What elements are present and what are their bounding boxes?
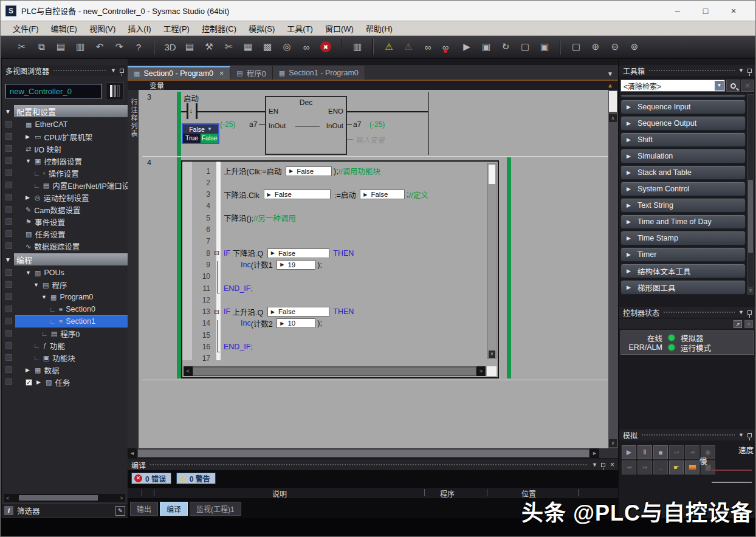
- search-and-replace-icon[interactable]: ?: [131, 39, 146, 55]
- zoom-fit-icon[interactable]: ▢: [568, 39, 584, 55]
- st-code-line[interactable]: 17: [182, 353, 224, 364]
- tree-item[interactable]: ∟≡Section0: [2, 303, 128, 315]
- screen-capture-icon[interactable]: [685, 460, 699, 474]
- scrollbar-thumb[interactable]: [193, 368, 476, 375]
- menu-item[interactable]: 插入(I): [122, 22, 157, 34]
- close-icon[interactable]: ×: [610, 460, 614, 469]
- tree-item[interactable]: ∟ƒ功能: [2, 340, 128, 352]
- st-value-badge[interactable]: ▶False: [360, 190, 405, 199]
- st-code-line[interactable]: 5下降沿();//另一种调用: [182, 212, 296, 224]
- structured-text-box[interactable]: 1上升沿(Clk:=启动 ▶False);//调用功能块23下降沿.Clk ▶F…: [181, 160, 499, 378]
- close-button[interactable]: ×: [727, 6, 740, 16]
- tree-item[interactable]: ∟▤程序0: [2, 327, 128, 340]
- toolbox-category[interactable]: ▶Time Stamp: [620, 231, 746, 245]
- monitor-window2-icon[interactable]: ▣: [537, 39, 552, 55]
- menu-item[interactable]: 模拟(S): [242, 22, 281, 34]
- st-value-badge[interactable]: ▶False: [286, 166, 332, 176]
- st-code-line[interactable]: 12: [182, 294, 224, 306]
- scroll-up-icon[interactable]: ∧: [609, 114, 617, 122]
- pin-icon[interactable]: [747, 433, 752, 437]
- bottom-tab[interactable]: 监视(工程)1: [190, 502, 241, 516]
- search-button[interactable]: [726, 80, 740, 92]
- toolbox-category[interactable]: ▶Sequence Input: [620, 100, 746, 114]
- scroll-left-icon[interactable]: <: [184, 366, 193, 376]
- scrollbar-thumb[interactable]: [489, 165, 495, 184]
- menu-item[interactable]: 帮助(H): [360, 22, 399, 34]
- chevron-down-icon[interactable]: ▼: [111, 67, 116, 74]
- watch-window-icon[interactable]: ∞: [420, 39, 436, 55]
- st-value-badge[interactable]: ▶False: [267, 307, 329, 316]
- st-vertical-scrollbar[interactable]: ∨: [487, 163, 497, 359]
- st-code-line[interactable]: 6: [182, 224, 224, 236]
- set-false-button[interactable]: False: [201, 134, 218, 143]
- toolbox-search-input[interactable]: <清除检索> ▼: [620, 80, 725, 92]
- menu-item[interactable]: 文件(F): [7, 22, 45, 34]
- tree-expand-icon[interactable]: ▶: [26, 194, 32, 200]
- row-comment-strip[interactable]: 行注释列表: [128, 90, 139, 458]
- checkbox[interactable]: ✓: [26, 379, 32, 386]
- check-all-programs-icon[interactable]: ⚠: [400, 39, 416, 55]
- build-column-header[interactable]: 说明: [272, 488, 287, 499]
- copy-icon[interactable]: ⧉: [33, 39, 49, 55]
- menu-item[interactable]: 编辑(E): [45, 22, 83, 34]
- synchronize-icon[interactable]: ↻: [498, 39, 514, 55]
- bottom-tab[interactable]: 输出: [130, 502, 158, 516]
- toolbox-category[interactable]: ▶System Control: [620, 182, 746, 196]
- toolbox-category[interactable]: ▶Text String: [620, 198, 746, 213]
- scrollbar-thumb[interactable]: [19, 495, 98, 501]
- scroll-down-icon[interactable]: ∨: [489, 351, 495, 358]
- scroll-left-icon[interactable]: <: [4, 495, 12, 501]
- st-horizontal-scrollbar[interactable]: < >: [184, 366, 486, 376]
- close-tab-icon[interactable]: ×: [219, 69, 224, 78]
- tree-item[interactable]: ▨任务设置: [2, 228, 128, 240]
- function-block-dec[interactable]: Dec EN ENO InOut InOut: [265, 96, 347, 155]
- pause-icon[interactable]: Ⅱ: [637, 445, 652, 459]
- tree-item[interactable]: ⇄I/O 映射: [2, 143, 128, 155]
- watch-stop-icon[interactable]: ∞: [439, 39, 455, 55]
- tab-list-dropdown-icon[interactable]: ▼: [607, 70, 618, 80]
- bool-set-value-widget[interactable]: False ▼ True False: [182, 123, 219, 144]
- controller-selector[interactable]: new_Controller_0: [5, 84, 102, 98]
- menu-item[interactable]: 工程(P): [157, 22, 196, 34]
- tree-expand-icon[interactable]: ▼: [26, 158, 32, 164]
- simulation-run-icon[interactable]: ▶: [459, 39, 475, 55]
- st-code-line[interactable]: 9Inc(计数1 ▶19);: [182, 259, 322, 270]
- menu-item[interactable]: 控制器(C): [196, 22, 242, 34]
- st-value-badge[interactable]: ▶False: [267, 248, 329, 258]
- tree-expand-icon[interactable]: ▶: [26, 367, 32, 373]
- pin-icon[interactable]: [747, 69, 752, 73]
- toolbox-category[interactable]: ▶Sequence Output: [620, 116, 746, 131]
- toolbox-category[interactable]: ▶梯形图工具: [620, 280, 746, 295]
- tree-expand-icon[interactable]: ▼: [26, 270, 32, 276]
- st-value-badge[interactable]: ▶10: [277, 318, 315, 328]
- toolbox-category-partial[interactable]: [620, 94, 746, 98]
- st-code-line[interactable]: 4: [182, 200, 224, 212]
- document-tab[interactable]: ▦Section0 - Program0×: [128, 66, 230, 80]
- continuous-step-icon[interactable]: ↠: [685, 445, 699, 459]
- sidebar-horizontal-scrollbar[interactable]: < >: [4, 494, 125, 502]
- cut-icon[interactable]: ✂: [14, 39, 30, 55]
- tree-item[interactable]: ∟▣功能块: [2, 352, 128, 364]
- filter-bar[interactable]: i 筛选器 ✎: [2, 504, 128, 517]
- tree-item[interactable]: ▶◎运动控制设置: [2, 191, 128, 204]
- tree-item[interactable]: ▦EtherCAT: [2, 118, 128, 131]
- minimize-button[interactable]: –: [672, 6, 684, 16]
- falling-edge-icon[interactable]: ↓: [189, 106, 193, 115]
- tree-item[interactable]: ▶▭CPU/扩展机架: [2, 131, 128, 143]
- st-code-line[interactable]: 8⊟IF 下降沿.Q ▶False THEN: [182, 247, 354, 259]
- st-code-line[interactable]: 14Inc(计数2 ▶10);: [182, 318, 322, 329]
- expand-icon[interactable]: ↗: [734, 320, 742, 328]
- scrollbar-thumb[interactable]: [138, 450, 589, 457]
- pin-icon[interactable]: [747, 310, 752, 315]
- step-icon[interactable]: ↦: [669, 445, 684, 459]
- set-true-button[interactable]: True: [183, 134, 201, 143]
- scrollbar-thumb[interactable]: [748, 180, 753, 253]
- variable-manager-icon[interactable]: ▥: [349, 39, 365, 55]
- st-code-line[interactable]: 13⊟IF 上升沿.Q ▶False THEN: [182, 306, 354, 318]
- ladder-editor[interactable]: 行注释列表 3 4 启动 ↓ Dec EN ENO InOut InO: [128, 90, 618, 458]
- cross-reference-icon[interactable]: ◎: [279, 39, 295, 55]
- check-program-icon[interactable]: ⚠: [381, 39, 397, 55]
- zoom-reset-icon[interactable]: ⊚: [627, 39, 642, 55]
- scroll-right-icon[interactable]: ►: [590, 448, 599, 458]
- document-tab[interactable]: ▦Section1 - Program0: [273, 66, 365, 80]
